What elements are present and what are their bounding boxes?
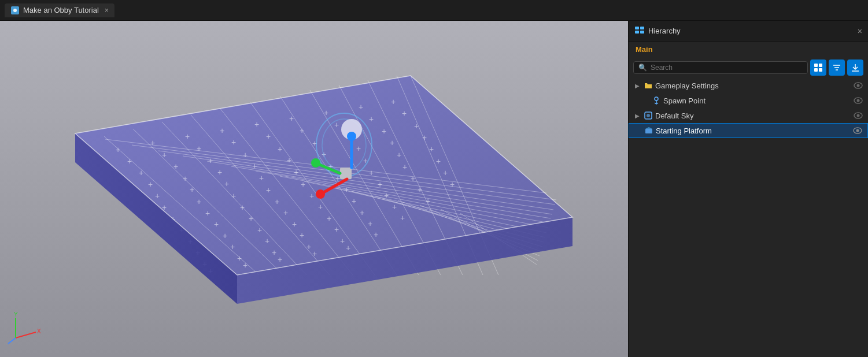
svg-line-147: [8, 338, 16, 344]
svg-text:+: +: [397, 150, 401, 159]
visibility-gameplay-settings[interactable]: [853, 80, 863, 91]
svg-point-167: [647, 114, 650, 117]
svg-text:+: +: [190, 185, 194, 194]
add-object-button[interactable]: [810, 60, 826, 76]
svg-text:+: +: [429, 144, 434, 154]
download-button[interactable]: [847, 60, 863, 76]
svg-rect-170: [645, 129, 652, 133]
visibility-starting-platform[interactable]: [852, 125, 863, 136]
tab-label: Make an Obby Tutorial: [23, 6, 99, 14]
svg-text:+: +: [312, 249, 317, 258]
svg-text:+: +: [391, 97, 396, 106]
svg-line-143: [16, 332, 36, 338]
svg-text:+: +: [414, 121, 419, 131]
svg-text:+: +: [306, 242, 311, 251]
svg-text:+: +: [197, 197, 201, 206]
svg-text:+: +: [278, 144, 282, 154]
folder-icon: [644, 81, 653, 90]
main-label: Main: [629, 42, 868, 57]
editor-tab[interactable]: Make an Obby Tutorial ×: [5, 3, 114, 17]
svg-text:+: +: [278, 255, 282, 264]
svg-text:+: +: [257, 225, 262, 235]
svg-marker-171: [645, 127, 652, 129]
svg-text:+: +: [243, 261, 248, 270]
svg-text:+: +: [374, 230, 378, 239]
svg-text:+: +: [287, 155, 291, 165]
svg-text:+: +: [356, 144, 361, 153]
svg-rect-148: [635, 27, 639, 29]
panel-close-button[interactable]: ×: [858, 27, 862, 36]
svg-text:+: +: [155, 191, 160, 200]
svg-rect-151: [640, 31, 644, 34]
svg-text:+: +: [378, 180, 382, 189]
expand-gameplay-settings[interactable]: ▶: [633, 81, 641, 90]
svg-rect-152: [814, 64, 818, 67]
svg-text:+: +: [237, 254, 242, 263]
sky-icon: [644, 111, 653, 120]
expand-default-sky[interactable]: ▶: [633, 111, 641, 120]
tab-close-button[interactable]: ×: [105, 6, 109, 14]
svg-point-163: [655, 97, 658, 101]
filter-button[interactable]: [829, 60, 845, 76]
tree-item-default-sky[interactable]: ▶ Default Sky: [629, 108, 868, 123]
svg-text:+: +: [266, 132, 271, 141]
tree-item-gameplay-settings[interactable]: ▶ Gameplay Settings: [629, 78, 868, 93]
viewport[interactable]: +++ +++ +++ +++ +++ +++ +++ +++ +++ +++ …: [0, 21, 628, 357]
svg-text:+: +: [208, 156, 213, 165]
tree-item-starting-platform[interactable]: ▶ Starting Platform: [629, 123, 868, 138]
spawn-icon: [652, 96, 661, 105]
svg-text:+: +: [301, 180, 305, 189]
scene-3d: +++ +++ +++ +++ +++ +++ +++ +++ +++ +++ …: [0, 21, 628, 357]
svg-text:+: +: [392, 202, 397, 211]
visibility-spawn-point[interactable]: [853, 95, 863, 106]
svg-text:+: +: [150, 138, 155, 147]
svg-text:+: +: [231, 137, 236, 147]
svg-rect-155: [819, 68, 822, 72]
svg-text:+: +: [418, 185, 422, 194]
svg-text:+: +: [300, 126, 304, 135]
download-icon: [851, 64, 859, 72]
svg-text:+: +: [309, 191, 314, 200]
svg-text:+: +: [369, 114, 374, 124]
visibility-default-sky[interactable]: [853, 110, 863, 121]
add-icon: [814, 63, 823, 72]
svg-point-1: [13, 9, 17, 12]
svg-text:+: +: [324, 108, 328, 117]
svg-point-169: [857, 114, 860, 117]
svg-text:+: +: [205, 209, 210, 218]
svg-rect-136: [340, 168, 352, 179]
svg-text:+: +: [223, 231, 227, 240]
svg-text:+: +: [254, 120, 259, 129]
svg-text:+: +: [390, 138, 394, 147]
svg-text:+: +: [344, 185, 349, 194]
svg-text:+: +: [283, 208, 288, 217]
svg-text:+: +: [224, 179, 229, 188]
tree-item-spawn-point[interactable]: ▶ Spawn Point: [629, 93, 868, 108]
right-panel: Hierarchy × Main 🔍: [628, 21, 868, 357]
svg-text:+: +: [127, 157, 132, 166]
search-icon: 🔍: [638, 64, 647, 72]
svg-text:+: +: [214, 220, 219, 229]
svg-text:+: +: [400, 213, 405, 222]
svg-text:Y: Y: [14, 312, 18, 318]
panel-header: Hierarchy ×: [629, 21, 868, 42]
svg-text:+: +: [148, 180, 153, 189]
svg-text:+: +: [230, 242, 235, 251]
svg-text:+: +: [183, 174, 187, 183]
svg-point-173: [856, 129, 859, 132]
search-input[interactable]: [651, 64, 803, 72]
svg-text:+: +: [300, 230, 304, 240]
svg-text:+: +: [272, 248, 276, 257]
svg-point-140: [311, 158, 320, 168]
svg-text:+: +: [162, 150, 167, 159]
main-content: +++ +++ +++ +++ +++ +++ +++ +++ +++ +++ …: [0, 21, 868, 357]
svg-text:+: +: [450, 180, 455, 189]
svg-text:+: +: [368, 219, 372, 228]
svg-text:+: +: [340, 236, 345, 246]
svg-text:+: +: [422, 133, 427, 142]
svg-text:+: +: [289, 114, 294, 123]
svg-text:+: +: [294, 168, 298, 177]
svg-text:+: +: [352, 196, 356, 206]
svg-text:+: +: [217, 168, 222, 177]
spawn-point-label: Spawn Point: [663, 96, 851, 105]
